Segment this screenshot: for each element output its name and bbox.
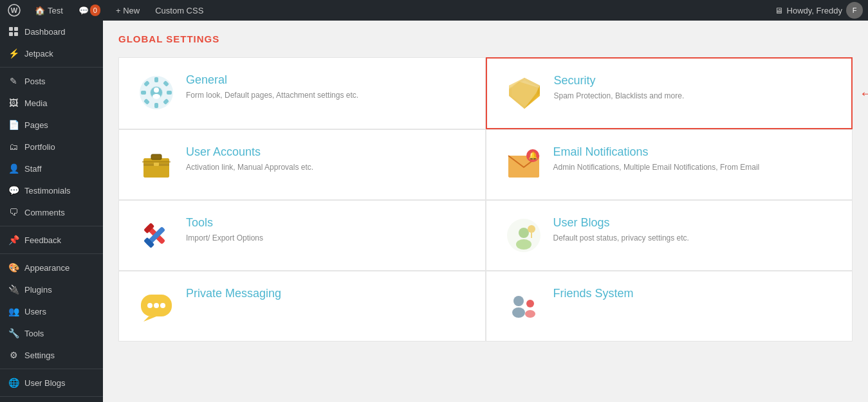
svg-point-45 <box>154 303 159 308</box>
sidebar-item-userblogs[interactable]: 🌐 User Blogs <box>0 372 103 394</box>
friendssystem-text: Friends System <box>553 287 835 303</box>
sidebar-item-label: Jetpack <box>24 49 53 59</box>
admin-bar: W 🏠 Test 💬 0 + New Custom CSS 🖥 Howdy, F… <box>0 0 868 21</box>
security-desc: Spam Protection, Blacklists and more. <box>554 90 834 102</box>
svg-point-44 <box>147 303 152 308</box>
security-text: Security Spam Protection, Blacklists and… <box>554 74 834 102</box>
settings-icon: ⚙ <box>8 349 19 361</box>
friendssystem-title: Friends System <box>553 287 835 300</box>
posts-icon: ✎ <box>8 75 19 87</box>
privatemessaging-icon <box>137 287 176 325</box>
sidebar-item-users[interactable]: 👥 Users <box>0 300 103 322</box>
howdy-text[interactable]: 🖥 Howdy, Freddy F <box>775 2 863 19</box>
sidebar-divider <box>0 226 103 226</box>
users-icon: 👥 <box>8 306 19 317</box>
sidebar-item-media[interactable]: 🖼 Media <box>0 92 103 114</box>
main-content: GLOBAL SETTINGS <box>103 21 868 402</box>
svg-rect-8 <box>154 77 158 82</box>
settings-card-general[interactable]: General Form look, Default pages, Attach… <box>118 57 486 129</box>
userblogs-desc: Default post status, privacy settings et… <box>553 232 835 244</box>
svg-point-46 <box>160 303 165 308</box>
sidebar-item-dashboard[interactable]: Dashboard <box>0 21 103 42</box>
sidebar-item-label: Posts <box>24 77 46 86</box>
sidebar-item-testimonials[interactable]: 💬 Testimonials <box>0 179 103 201</box>
appearance-icon: 🎨 <box>8 262 19 273</box>
site-name[interactable]: 🏠 Test <box>31 0 67 21</box>
svg-rect-5 <box>14 32 18 36</box>
sidebar-item-pages[interactable]: 📄 Pages <box>0 114 103 136</box>
useraccounts-icon <box>137 145 176 184</box>
comments-link[interactable]: 💬 0 <box>75 0 104 21</box>
emailnotifications-text: Email Notifications Admin Notifications,… <box>553 145 835 173</box>
sidebar-divider <box>0 396 103 397</box>
sidebar-item-jetpack[interactable]: ⚡ Jetpack <box>0 42 103 64</box>
sidebar-item-appearance[interactable]: 🎨 Appearance <box>0 257 103 279</box>
portfolio-icon: 🗂 <box>8 141 19 152</box>
tools-text: Tools Import/ Export Options <box>186 216 467 244</box>
tools-desc: Import/ Export Options <box>186 232 467 244</box>
settings-card-emailnotifications[interactable]: 🔔 Email Notifications Admin Notification… <box>486 129 853 200</box>
sidebar-item-label: Pages <box>24 120 48 130</box>
main-layout: Dashboard ⚡ Jetpack ✎ Posts 🖼 Media 📄 Pa… <box>0 21 868 402</box>
wp-logo[interactable]: W <box>5 1 23 19</box>
sidebar-item-staff[interactable]: 👤 Staff <box>0 158 103 179</box>
sidebar-item-comments[interactable]: 🗨 Comments <box>0 201 103 223</box>
general-text: General Form look, Default pages, Attach… <box>186 73 467 101</box>
custom-css-button[interactable]: Custom CSS <box>151 0 207 21</box>
emailnotifications-title: Email Notifications <box>553 145 835 159</box>
sidebar-item-themepanel[interactable]: 🎛 Theme Panel <box>0 399 103 402</box>
sidebar-item-settings[interactable]: ⚙ Settings <box>0 344 103 366</box>
settings-card-useraccounts[interactable]: User Accounts Activation link, Manual Ap… <box>118 129 486 200</box>
sidebar-item-label: User Blogs <box>24 378 66 388</box>
sidebar-item-feedback[interactable]: 📌 Feedback <box>0 229 103 251</box>
svg-point-18 <box>152 94 160 99</box>
tools-title: Tools <box>186 216 467 230</box>
sidebar-item-label: Dashboard <box>24 27 66 37</box>
jetpack-icon: ⚡ <box>8 48 19 59</box>
home-icon: 🏠 <box>35 6 45 15</box>
section-title: GLOBAL SETTINGS <box>118 33 853 44</box>
settings-card-userblogs[interactable]: User Blogs Default post status, privacy … <box>486 200 853 271</box>
sidebar-item-label: Appearance <box>24 263 69 273</box>
security-title: Security <box>554 74 834 87</box>
svg-rect-4 <box>9 32 13 36</box>
settings-card-friendssystem[interactable]: Friends System <box>486 271 853 342</box>
sidebar-item-posts[interactable]: ✎ Posts <box>0 70 103 92</box>
testimonials-icon: 💬 <box>8 185 19 196</box>
sidebar: Dashboard ⚡ Jetpack ✎ Posts 🖼 Media 📄 Pa… <box>0 21 103 402</box>
svg-rect-2 <box>9 27 13 31</box>
emailnotifications-desc: Admin Notifications, Multiple Email Noti… <box>553 161 835 173</box>
new-button[interactable]: + New <box>112 0 143 21</box>
user-avatar: F <box>846 2 863 19</box>
sidebar-divider <box>0 369 103 369</box>
sidebar-item-label: Staff <box>24 164 42 174</box>
security-icon <box>505 74 544 113</box>
general-icon <box>137 73 176 112</box>
settings-card-tools[interactable]: Tools Import/ Export Options <box>118 200 486 271</box>
privatemessaging-title: Private Messaging <box>186 287 467 300</box>
svg-point-49 <box>512 307 525 318</box>
svg-marker-47 <box>143 316 156 322</box>
sidebar-item-label: Users <box>24 307 46 316</box>
useraccounts-text: User Accounts Activation link, Manual Ap… <box>186 145 467 173</box>
sidebar-item-plugins[interactable]: 🔌 Plugins <box>0 279 103 300</box>
useraccounts-title: User Accounts <box>186 145 467 159</box>
sidebar-item-tools[interactable]: 🔧 Tools <box>0 322 103 344</box>
sidebar-item-label: Testimonials <box>24 186 71 196</box>
userblogs-text: User Blogs Default post status, privacy … <box>553 216 835 244</box>
sidebar-item-label: Tools <box>24 329 44 338</box>
comment-icon: 💬 <box>78 6 89 15</box>
svg-point-42 <box>507 219 540 252</box>
settings-card-privatemessaging[interactable]: Private Messaging <box>118 271 486 342</box>
sidebar-item-portfolio[interactable]: 🗂 Portfolio <box>0 136 103 158</box>
svg-rect-9 <box>154 103 158 108</box>
sidebar-item-label: Comments <box>24 208 65 217</box>
svg-rect-27 <box>151 154 162 160</box>
privatemessaging-text: Private Messaging <box>186 287 467 303</box>
sidebar-divider <box>0 253 103 254</box>
feedback-icon: 📌 <box>8 234 19 246</box>
settings-card-security[interactable]: Security Spam Protection, Blacklists and… <box>486 57 853 129</box>
svg-rect-10 <box>141 91 146 95</box>
userblogs-title: User Blogs <box>553 216 835 230</box>
arrow-indicator: ← <box>859 84 868 102</box>
